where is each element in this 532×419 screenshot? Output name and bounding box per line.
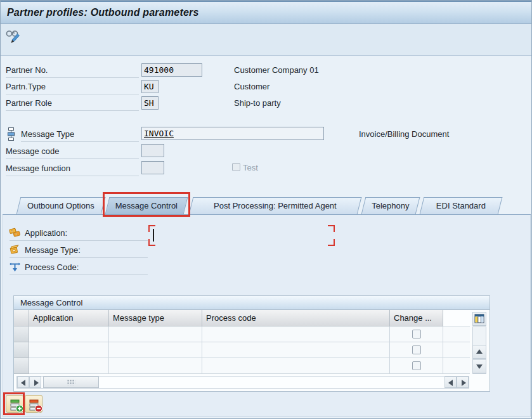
message-function-field[interactable]	[141, 161, 164, 174]
arrow-right-icon	[462, 380, 466, 386]
arrow-left-icon	[21, 380, 25, 386]
message-type-label: Message Type	[21, 127, 139, 142]
cell-message-type[interactable]	[109, 342, 202, 358]
partner-no-field[interactable]	[141, 63, 202, 77]
partner-type-label: Partn.Type	[6, 80, 139, 94]
scroll-left-button-2[interactable]	[444, 377, 457, 388]
message-type-description: Invoice/Billing Document	[359, 129, 449, 139]
arrow-up-icon	[476, 349, 483, 354]
cell-message-type[interactable]	[109, 326, 202, 342]
cell-application[interactable]	[29, 358, 109, 374]
tab-edi-standard[interactable]: EDI Standard	[420, 197, 503, 214]
cell-change	[390, 358, 443, 374]
cell-filler	[443, 342, 470, 358]
change-checkbox[interactable]	[412, 330, 421, 338]
message-code-label: Message code	[6, 145, 139, 159]
row-selector[interactable]	[14, 358, 29, 374]
table-row	[14, 326, 470, 342]
cell-process-code[interactable]	[202, 326, 390, 342]
message-control-table: Message Control Application Message type…	[13, 295, 490, 392]
cell-filler	[443, 326, 470, 342]
application-field-label[interactable]: Application:	[10, 226, 148, 241]
partner-role-description: Ship-to party	[234, 98, 281, 108]
column-header-process-code[interactable]: Process code	[202, 310, 390, 326]
grip-icon	[67, 380, 75, 385]
cell-process-code[interactable]	[202, 358, 390, 374]
partner-role-label: Partner Role	[6, 96, 139, 111]
row-selector[interactable]	[14, 342, 29, 358]
horizontal-scrollbar[interactable]	[16, 376, 469, 389]
page-title: Partner profiles: Outbound parameters	[1, 2, 531, 23]
glasses-pencil-icon	[5, 29, 21, 46]
table-row	[14, 342, 470, 358]
arrow-down-icon	[476, 364, 483, 369]
message-code-field[interactable]	[141, 144, 164, 157]
table-row	[14, 358, 470, 374]
title-bar: Partner profiles: Outbound parameters	[1, 1, 531, 24]
table-settings-button[interactable]	[472, 312, 486, 326]
arrow-right-icon	[34, 380, 39, 386]
partner-no-description: Customer Company 01	[234, 65, 319, 75]
cell-application[interactable]	[29, 326, 109, 342]
header-filler	[443, 310, 470, 326]
tab-message-control[interactable]: Message Control	[105, 197, 188, 214]
tab-outbound-options[interactable]: Outbound Options	[16, 197, 106, 214]
scroll-down-button[interactable]	[472, 359, 486, 373]
cell-process-code[interactable]	[202, 342, 390, 358]
arrow-left-icon	[448, 380, 453, 386]
tab-telephony[interactable]: Telephony	[361, 197, 420, 214]
process-code-panel-label[interactable]: Process Code:	[10, 261, 148, 275]
tab-post-processing[interactable]: Post Processing: Permitted Agent	[189, 197, 362, 214]
cell-change	[390, 342, 443, 358]
cell-filler	[443, 358, 470, 374]
cell-application[interactable]	[29, 342, 109, 358]
message-function-label: Message function	[6, 162, 139, 176]
change-checkbox[interactable]	[412, 361, 421, 370]
scroll-right-button[interactable]	[29, 377, 41, 388]
scroll-right-button-2[interactable]	[457, 377, 469, 388]
sap-window: Partner profiles: Outbound parameters Pa…	[0, 0, 532, 419]
partner-no-label: Partner No.	[6, 63, 139, 78]
column-header-application[interactable]: Application	[29, 310, 109, 326]
partner-type-description: Customer	[234, 82, 269, 91]
partner-role-field[interactable]	[141, 96, 159, 110]
scroll-left-button[interactable]	[17, 377, 29, 388]
column-header-change[interactable]: Change ...	[390, 310, 443, 326]
scroll-up-button[interactable]	[472, 345, 486, 359]
cell-change	[390, 326, 443, 342]
delete-row-button[interactable]	[25, 395, 42, 413]
insert-row-button[interactable]	[6, 395, 23, 413]
change-checkbox[interactable]	[412, 345, 421, 354]
hscroll-thumb[interactable]	[43, 377, 99, 388]
text-cursor	[153, 229, 154, 242]
application-toolbar	[1, 24, 531, 56]
column-header-message-type[interactable]: Message type	[109, 310, 202, 326]
display-change-button[interactable]	[4, 28, 22, 44]
message-type-panel-label[interactable]: Message Type:	[10, 243, 148, 258]
partner-type-field[interactable]	[141, 80, 159, 93]
table-title: Message Control	[14, 296, 490, 310]
test-checkbox	[232, 163, 240, 171]
table-config-icon	[474, 314, 484, 326]
row-selector[interactable]	[14, 326, 29, 342]
hierarchy-icon	[6, 127, 16, 143]
test-checkbox-label: Test	[243, 163, 258, 172]
select-all-header[interactable]	[14, 310, 29, 326]
cell-message-type[interactable]	[109, 358, 202, 374]
message-type-field[interactable]	[141, 127, 324, 140]
